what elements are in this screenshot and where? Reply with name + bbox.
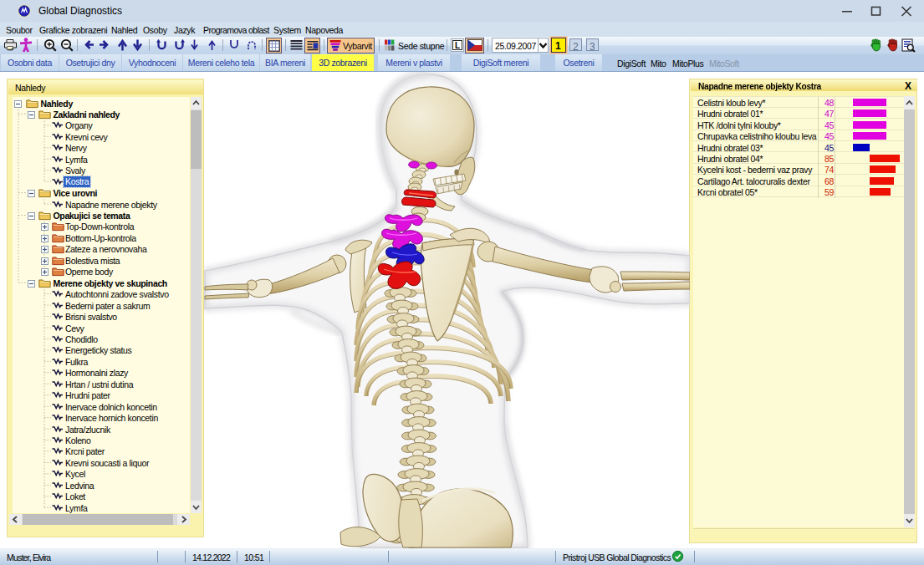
svg-text:L: L bbox=[455, 41, 460, 50]
